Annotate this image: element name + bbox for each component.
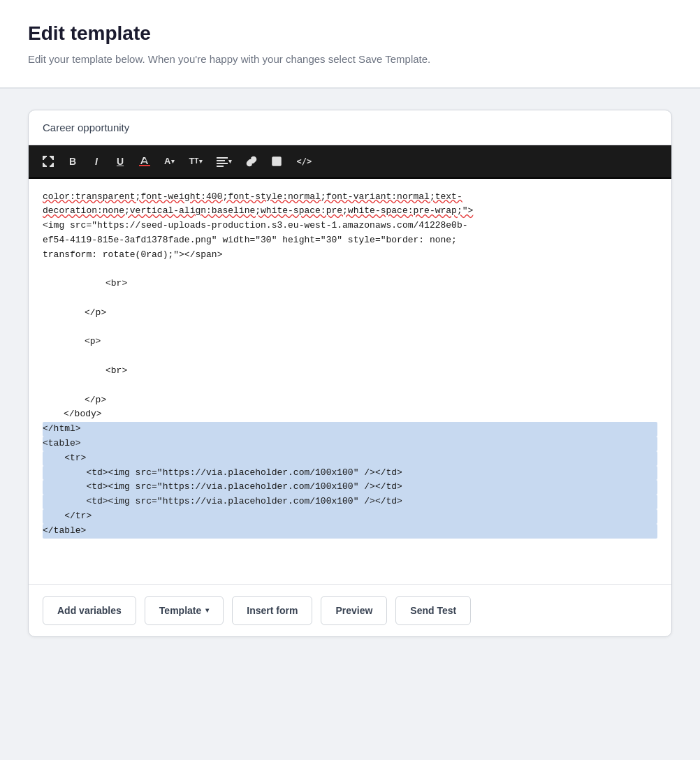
- code-line: </p>: [43, 393, 657, 408]
- code-line: <br>: [43, 364, 657, 379]
- font-button[interactable]: A▾: [159, 151, 180, 172]
- svg-rect-4: [217, 166, 224, 167]
- page-content: Career opportunity B I U: [0, 89, 700, 761]
- code-line-selected: <tr>: [43, 451, 657, 466]
- svg-rect-0: [139, 165, 150, 166]
- code-line-selected: </html>: [43, 422, 657, 437]
- svg-rect-5: [272, 157, 281, 166]
- code-line: <img src="https://seed-uploads-productio…: [43, 219, 657, 233]
- editor-subject: Career opportunity: [29, 110, 671, 145]
- expand-button[interactable]: [37, 151, 59, 172]
- code-line: [43, 379, 657, 393]
- code-line: decoration:none;vertical-align:baseline;…: [43, 204, 657, 219]
- editor-container: Career opportunity B I U: [28, 110, 672, 637]
- editor-footer: Add variables Template ▾ Insert form Pre…: [29, 584, 671, 636]
- text-size-button[interactable]: TT▾: [183, 151, 208, 172]
- bold-button[interactable]: B: [62, 151, 83, 172]
- code-line: <p>: [43, 335, 657, 349]
- page-header: Edit template Edit your template below. …: [0, 0, 700, 88]
- svg-rect-1: [217, 157, 228, 159]
- code-line: [43, 321, 657, 335]
- template-button[interactable]: Template ▾: [145, 596, 224, 625]
- code-line-selected: </table>: [43, 524, 657, 539]
- code-line-selected: <td><img src="https://via.placeholder.co…: [43, 480, 657, 495]
- svg-rect-2: [217, 160, 225, 161]
- italic-button[interactable]: I: [86, 151, 107, 172]
- code-line: [43, 291, 657, 306]
- code-line-selected: <td><img src="https://via.placeholder.co…: [43, 466, 657, 481]
- page-title: Edit template: [28, 22, 672, 45]
- code-line: transform: rotate(0rad);"></span>: [43, 248, 657, 263]
- code-line: <br>: [43, 277, 657, 291]
- code-line-selected: <table>: [43, 437, 657, 451]
- code-line: [43, 262, 657, 277]
- add-variables-button[interactable]: Add variables: [43, 596, 136, 625]
- code-line: color:transparent;font-weight:400;font-s…: [43, 190, 657, 205]
- link-button[interactable]: [240, 151, 263, 172]
- code-button[interactable]: </>: [291, 151, 317, 172]
- code-line-selected: <td><img src="https://via.placeholder.co…: [43, 495, 657, 509]
- page-subtitle: Edit your template below. When you're ha…: [28, 52, 503, 68]
- code-line: [43, 349, 657, 364]
- insert-form-button[interactable]: Insert form: [232, 596, 312, 625]
- underline-button[interactable]: U: [110, 151, 131, 172]
- editor-body[interactable]: color:transparent;font-weight:400;font-s…: [29, 179, 671, 584]
- color-button[interactable]: [133, 151, 156, 172]
- send-test-button[interactable]: Send Test: [395, 596, 471, 625]
- code-line-selected: </tr>: [43, 509, 657, 524]
- template-chevron-icon: ▾: [205, 606, 209, 614]
- svg-rect-3: [217, 163, 228, 164]
- editor-toolbar: B I U A▾ TT▾: [29, 145, 671, 179]
- block-button[interactable]: [265, 151, 288, 172]
- align-button[interactable]: ▾: [211, 151, 238, 172]
- code-line: </body>: [43, 407, 657, 422]
- preview-button[interactable]: Preview: [321, 596, 387, 625]
- code-line: ef54-4119-815e-3afd1378fade.png" width="…: [43, 233, 657, 248]
- code-line: </p>: [43, 306, 657, 321]
